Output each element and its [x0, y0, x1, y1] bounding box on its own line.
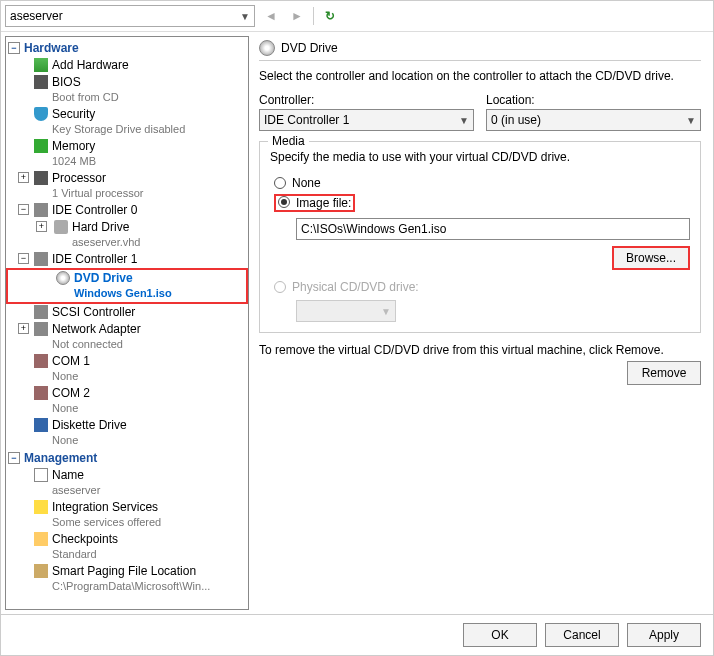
- media-description: Specify the media to use with your virtu…: [270, 150, 690, 164]
- dialog-footer: OK Cancel Apply: [1, 614, 713, 655]
- pane-description: Select the controller and location on th…: [259, 69, 701, 83]
- radio-icon: [274, 177, 286, 189]
- management-section: − Management: [6, 449, 248, 467]
- collapse-icon[interactable]: −: [18, 204, 29, 215]
- tree-checkpoints[interactable]: CheckpointsStandard: [6, 531, 248, 563]
- cancel-button[interactable]: Cancel: [545, 623, 619, 647]
- tree-scsi[interactable]: SCSI Controller: [6, 304, 248, 321]
- location-label: Location:: [486, 93, 701, 107]
- tree-security[interactable]: SecurityKey Storage Drive disabled: [6, 106, 248, 138]
- tree-ide1[interactable]: −IDE Controller 1: [6, 251, 248, 268]
- tree-diskette[interactable]: Diskette DriveNone: [6, 417, 248, 449]
- chevron-down-icon: ▼: [686, 115, 696, 126]
- collapse-icon[interactable]: −: [8, 42, 20, 54]
- remove-button[interactable]: Remove: [627, 361, 701, 385]
- media-legend: Media: [268, 134, 309, 148]
- location-select[interactable]: 0 (in use) ▼: [486, 109, 701, 131]
- ok-button[interactable]: OK: [463, 623, 537, 647]
- browse-button[interactable]: Browse...: [612, 246, 690, 270]
- tree-integration[interactable]: Integration ServicesSome services offere…: [6, 499, 248, 531]
- vm-selector[interactable]: aseserver ▼: [5, 5, 255, 27]
- tree-add-hardware[interactable]: Add Hardware: [6, 57, 248, 74]
- pane-title: DVD Drive: [259, 40, 701, 61]
- controller-label: Controller:: [259, 93, 474, 107]
- chevron-down-icon: ▼: [381, 306, 391, 317]
- tree-name[interactable]: Nameaseserver: [6, 467, 248, 499]
- refresh-button[interactable]: ↻: [320, 6, 340, 26]
- collapse-icon[interactable]: −: [18, 253, 29, 264]
- radio-icon: [274, 281, 286, 293]
- radio-none[interactable]: None: [270, 174, 690, 192]
- expand-icon[interactable]: +: [18, 323, 29, 334]
- chevron-down-icon: ▼: [240, 11, 250, 22]
- apply-button[interactable]: Apply: [627, 623, 701, 647]
- tree-bios[interactable]: BIOSBoot from CD: [6, 74, 248, 106]
- collapse-icon[interactable]: −: [8, 452, 20, 464]
- tree-hard-drive[interactable]: +Hard Driveaseserver.vhd: [6, 219, 248, 251]
- tree-com2[interactable]: COM 2None: [6, 385, 248, 417]
- settings-tree: − Hardware Add Hardware BIOSBoot from CD…: [5, 36, 249, 610]
- separator: [313, 7, 314, 25]
- expand-icon[interactable]: +: [18, 172, 29, 183]
- expand-icon[interactable]: +: [36, 221, 47, 232]
- toolbar: aseserver ▼ ◄ ► ↻: [1, 1, 713, 32]
- tree-network[interactable]: +Network AdapterNot connected: [6, 321, 248, 353]
- image-path-input[interactable]: C:\ISOs\Windows Gen1.iso: [296, 218, 690, 240]
- tree-paging[interactable]: Smart Paging File LocationC:\ProgramData…: [6, 563, 248, 595]
- controller-select[interactable]: IDE Controller 1 ▼: [259, 109, 474, 131]
- radio-image-file[interactable]: Image file:: [270, 192, 690, 214]
- media-group: Media Specify the media to use with your…: [259, 141, 701, 333]
- chevron-down-icon: ▼: [459, 115, 469, 126]
- hardware-section: − Hardware: [6, 39, 248, 57]
- tree-dvd-drive[interactable]: DVD DriveWindows Gen1.iso: [6, 268, 248, 304]
- tree-com1[interactable]: COM 1None: [6, 353, 248, 385]
- radio-icon: [278, 196, 290, 208]
- tree-processor[interactable]: +Processor1 Virtual processor: [6, 170, 248, 202]
- physical-drive-select: ▼: [296, 300, 396, 322]
- tree-ide0[interactable]: −IDE Controller 0: [6, 202, 248, 219]
- forward-button[interactable]: ►: [287, 6, 307, 26]
- remove-description: To remove the virtual CD/DVD drive from …: [259, 343, 701, 357]
- radio-physical: Physical CD/DVD drive:: [270, 278, 690, 296]
- dvd-icon: [259, 40, 275, 56]
- back-button[interactable]: ◄: [261, 6, 281, 26]
- detail-pane: DVD Drive Select the controller and loca…: [251, 32, 713, 614]
- vm-selector-value: aseserver: [10, 9, 63, 23]
- tree-memory[interactable]: Memory1024 MB: [6, 138, 248, 170]
